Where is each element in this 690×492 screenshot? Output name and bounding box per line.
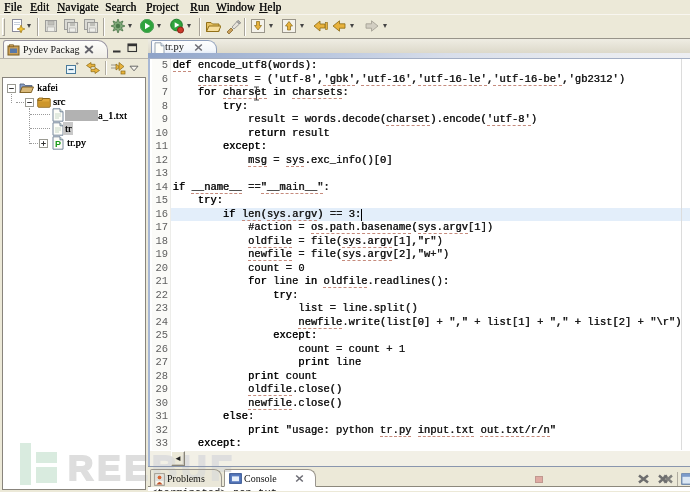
svg-text:P: P	[55, 139, 61, 149]
